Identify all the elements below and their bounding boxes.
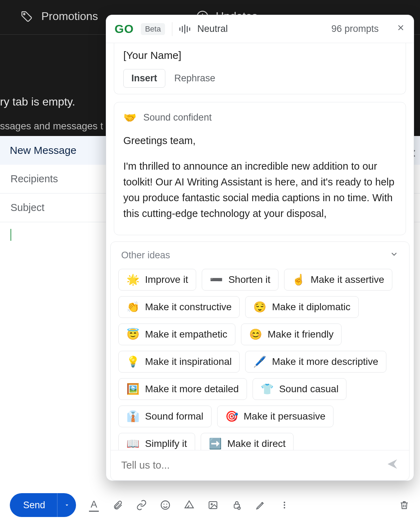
chip-emoji: 🖼️ — [126, 384, 139, 394]
svg-point-3 — [202, 13, 203, 14]
svg-point-5 — [164, 504, 165, 505]
chip-label: Make it persuasive — [244, 411, 325, 422]
go-close-button[interactable] — [396, 23, 405, 35]
drive-icon[interactable] — [183, 499, 195, 511]
chip-label: Simplify it — [145, 438, 187, 449]
signature-placeholder: [Your Name] — [123, 49, 397, 61]
chip-emoji: 😇 — [126, 329, 139, 340]
chip-shorten-it[interactable]: ➖Shorten it — [202, 269, 278, 291]
greeting-line: Greetings team, — [123, 133, 397, 149]
empty-state-text: ry tab is empty. — [0, 95, 84, 108]
delete-icon[interactable] — [398, 499, 410, 511]
chip-emoji: 🌟 — [126, 274, 139, 285]
custom-prompt-row — [111, 450, 409, 480]
image-icon[interactable] — [207, 499, 219, 511]
format-icon[interactable]: A — [88, 499, 100, 511]
chip-make-it-constructive[interactable]: 👏Make it constructive — [118, 296, 240, 318]
chip-label: Improve it — [145, 274, 188, 285]
chip-emoji: 🖊️ — [253, 356, 266, 367]
suggestion-title: Sound confident — [143, 112, 212, 123]
confidential-icon[interactable] — [231, 499, 243, 511]
chip-make-it-diplomatic[interactable]: 😌Make it diplomatic — [245, 296, 358, 318]
chip-emoji: 💡 — [126, 356, 139, 367]
svg-point-0 — [23, 13, 25, 15]
chip-label: Shorten it — [228, 274, 270, 285]
more-icon[interactable] — [278, 499, 290, 511]
chip-emoji: 🎯 — [225, 411, 238, 422]
svg-point-12 — [284, 504, 285, 506]
chip-sound-casual[interactable]: 👕Sound casual — [253, 378, 347, 400]
chip-label: Make it more descriptive — [272, 356, 378, 367]
compose-toolbar: Send A — [0, 486, 420, 524]
send-dropdown[interactable] — [57, 493, 76, 517]
chip-make-it-persuasive[interactable]: 🎯Make it persuasive — [217, 406, 333, 427]
tone-equalizer-icon[interactable] — [179, 25, 190, 34]
chip-make-it-empathetic[interactable]: 😇Make it empathetic — [118, 324, 235, 345]
suggestion-body: Greetings team, I'm thrilled to announce… — [123, 133, 397, 222]
chips-container: 🌟Improve it➖Shorten it☝️Make it assertiv… — [111, 265, 409, 451]
chip-label: Make it assertive — [311, 274, 384, 285]
rephrase-button[interactable]: Rephrase — [174, 73, 215, 84]
chip-emoji: 😊 — [249, 329, 262, 340]
tab-promotions[interactable]: Promotions — [20, 10, 98, 23]
chip-make-it-more-descriptive[interactable]: 🖊️Make it more descriptive — [245, 351, 386, 373]
chip-label: Make it more detailed — [145, 383, 239, 395]
chip-emoji: ➖ — [210, 274, 223, 285]
send-button-label: Send — [10, 500, 57, 511]
chip-make-it-friendly[interactable]: 😊Make it friendly — [241, 324, 342, 345]
suggestion-text: I'm thrilled to announce an incredible n… — [123, 158, 397, 222]
caret-down-icon — [64, 502, 70, 508]
collapse-icon[interactable] — [390, 250, 399, 261]
chip-emoji: 👏 — [126, 302, 139, 312]
insert-button[interactable]: Insert — [123, 69, 165, 88]
chip-label: Sound formal — [145, 411, 204, 422]
chip-label: Sound casual — [279, 383, 339, 395]
chip-emoji: 👔 — [126, 411, 139, 422]
insert-card: [Your Name] Insert Rephrase — [114, 43, 406, 94]
chip-label: Make it constructive — [145, 301, 232, 313]
tone-label[interactable]: Neutral — [197, 23, 228, 34]
suggestion-card: 🤝 Sound confident Greetings team, I'm th… — [114, 102, 406, 235]
other-ideas-panel: Other ideas 🌟Improve it➖Shorten it☝️Make… — [110, 241, 409, 481]
chip-label: Make it diplomatic — [272, 301, 350, 313]
chip-simplify-it[interactable]: 📖Simplify it — [118, 433, 195, 451]
chip-make-it-direct[interactable]: ➡️Make it direct — [201, 433, 294, 451]
empty-state-subtext: ssages and messages t — [0, 121, 103, 132]
chip-label: Make it friendly — [268, 329, 333, 340]
svg-point-6 — [166, 504, 167, 505]
chip-emoji: 📖 — [126, 438, 139, 449]
link-icon[interactable] — [136, 499, 147, 511]
svg-point-13 — [284, 507, 285, 508]
chip-emoji: 😌 — [253, 302, 266, 312]
prompts-counter[interactable]: 96 prompts — [331, 23, 379, 34]
emoji-icon[interactable] — [159, 499, 171, 511]
handshake-icon: 🤝 — [123, 111, 136, 124]
chip-emoji: ➡️ — [209, 438, 222, 449]
chip-emoji: ☝️ — [292, 274, 305, 285]
go-assistant-panel: GO Beta Neutral 96 prompts [Your Name] I… — [106, 15, 414, 481]
submit-prompt-button[interactable] — [386, 458, 399, 473]
signature-icon[interactable] — [255, 499, 267, 511]
go-logo: GO — [115, 22, 134, 36]
svg-rect-7 — [209, 502, 217, 509]
text-cursor — [11, 229, 11, 241]
go-header: GO Beta Neutral 96 prompts — [106, 15, 414, 43]
chip-make-it-more-detailed[interactable]: 🖼️Make it more detailed — [118, 378, 247, 400]
custom-prompt-input[interactable] — [121, 460, 380, 471]
chip-emoji: 👕 — [261, 384, 274, 394]
svg-point-8 — [211, 504, 212, 505]
send-button[interactable]: Send — [10, 493, 76, 517]
tab-promotions-label: Promotions — [41, 10, 98, 23]
chip-make-it-assertive[interactable]: ☝️Make it assertive — [284, 269, 392, 291]
chip-sound-formal[interactable]: 👔Sound formal — [118, 406, 212, 427]
chip-label: Make it direct — [227, 438, 286, 449]
chip-make-it-inspirational[interactable]: 💡Make it inspirational — [118, 351, 240, 373]
chip-improve-it[interactable]: 🌟Improve it — [118, 269, 196, 291]
attach-icon[interactable] — [112, 499, 124, 511]
tag-icon — [20, 10, 33, 23]
svg-point-11 — [284, 502, 285, 503]
chip-label: Make it inspirational — [145, 356, 232, 367]
other-ideas-label: Other ideas — [121, 250, 170, 261]
chip-label: Make it empathetic — [145, 329, 227, 340]
header-separator — [172, 22, 172, 36]
